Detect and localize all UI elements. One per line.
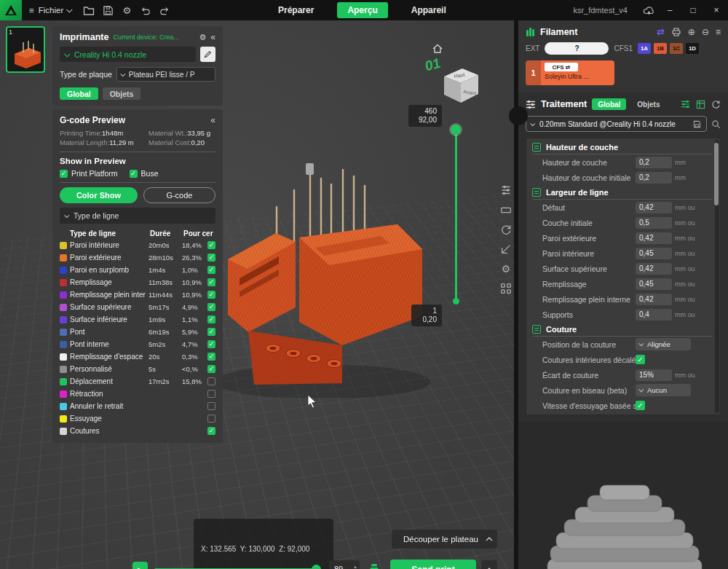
setting-input[interactable]: 0,2 [636,157,672,168]
slice-options-caret-button[interactable] [481,530,497,549]
measure-icon[interactable] [498,241,514,257]
checkbox-checked[interactable]: ✓ [60,170,68,178]
remove-filament-icon[interactable]: ⊖ [702,27,709,37]
line-type-visibility-checkbox[interactable]: ✓ [207,291,215,299]
setting-input[interactable]: 0,42 [636,294,672,305]
compare-table-icon[interactable] [696,100,705,109]
line-type-visibility-checkbox[interactable]: ✓ [207,266,215,274]
reset-view-icon[interactable] [498,221,514,238]
filament-1-chip[interactable]: 1 CFS ⇄ Soleyin Ultra ... [526,60,614,85]
settings-gear-icon[interactable]: ⚙ [117,0,136,20]
edit-printer-button[interactable] [200,47,215,62]
line-type-visibility-checkbox[interactable] [207,390,215,398]
collapse-panel-icon[interactable]: « [210,32,215,42]
process-preset-select[interactable]: 0.20mm Standard @Creality Hi 0.4 nozzle [526,116,707,132]
tab-device[interactable]: Appareil [404,2,454,18]
save-icon[interactable] [98,0,117,20]
layer-slider-handle-top[interactable] [451,125,461,135]
tab-objects[interactable]: Objets [103,87,141,100]
home-view-icon[interactable] [432,43,443,54]
setting-checkbox[interactable]: ✓ [636,401,645,410]
process-tab-objects[interactable]: Objets [631,98,665,110]
layer-stack-icon[interactable] [367,562,381,569]
checkbox-checked[interactable]: ✓ [130,170,138,178]
apps-grid-icon[interactable] [498,280,514,297]
line-type-visibility-checkbox[interactable]: ✓ [207,427,215,435]
layer-slider-handle-bottom[interactable] [453,298,459,305]
tab-global[interactable]: Global [60,87,98,100]
search-settings-icon[interactable] [711,119,721,129]
open-file-icon[interactable] [79,0,98,20]
orientation-cube[interactable]: Haut Avant [437,64,482,106]
setting-input[interactable]: 15% [636,369,672,381]
cloud-upload-icon[interactable] [639,0,658,20]
add-filament-icon[interactable]: ⊕ [688,27,695,37]
layer-animation-slider-thumb[interactable] [312,565,321,569]
line-type-visibility-checkbox[interactable]: ✓ [207,365,215,373]
file-menu[interactable]: ≡ Fichier [22,6,79,15]
setting-select[interactable]: Alignée [636,338,691,350]
line-type-select[interactable]: Type de ligne [60,208,215,224]
panel-collapse-handle[interactable] [509,106,528,125]
setting-select[interactable]: Aucun [636,384,691,396]
setting-input[interactable]: 0,42 [636,202,672,213]
animate-layers-play-button[interactable]: ▶ [132,562,148,569]
undo-icon[interactable] [136,0,155,20]
plate-thumbnail[interactable]: 1 [6,26,45,73]
filament-slot-1D[interactable]: 1D [686,43,699,54]
settings-scrollbar-thumb[interactable] [714,143,719,205]
send-options-caret-button[interactable] [481,560,497,569]
line-type-visibility-checkbox[interactable]: ✓ [207,328,215,336]
layer-slider-track[interactable] [455,130,457,302]
filament-slot-1A[interactable]: 1A [638,43,651,54]
setting-input[interactable]: 0,2 [636,172,672,184]
minimize-button[interactable]: – [658,0,681,20]
line-type-visibility-checkbox[interactable]: ✓ [207,353,215,361]
filament-list-icon[interactable]: ≡ [716,27,721,37]
line-type-visibility-checkbox[interactable]: ✓ [207,303,215,311]
process-tab-global[interactable]: Global [592,98,626,110]
plate-icon[interactable] [498,202,514,218]
close-button[interactable]: × [705,0,728,20]
tab-preview[interactable]: Aperçu [337,2,387,18]
slice-plate-button[interactable]: Découper le plateau [392,530,490,549]
layer-number-stepper[interactable]: 89 ▲▼ [329,560,360,569]
reset-settings-icon[interactable] [711,100,721,109]
stepper-arrows[interactable]: ▲▼ [353,565,357,569]
line-type-visibility-checkbox[interactable]: ✓ [207,340,215,348]
app-logo[interactable] [0,0,22,20]
layer-number-value[interactable]: 89 [334,565,353,569]
nozzle-toggle[interactable]: ✓ Buse [130,169,159,178]
settings-scrollbar[interactable] [715,140,719,413]
send-print-button[interactable]: Send print [390,560,476,569]
printer-settings-icon[interactable]: ⚙ [199,33,206,42]
model-preview[interactable] [206,160,433,398]
setting-input[interactable]: 0,45 [636,278,672,290]
line-type-visibility-checkbox[interactable]: ✓ [207,278,215,286]
print-platform-toggle[interactable]: ✓ Print Platform [60,169,118,178]
line-type-visibility-checkbox[interactable] [207,415,215,423]
setting-checkbox[interactable]: ✓ [636,355,645,364]
filament-slot-1C[interactable]: 1C [670,43,683,54]
collapse-panel-icon[interactable]: « [210,115,215,125]
line-type-visibility-checkbox[interactable]: ✓ [207,241,215,249]
maximize-button[interactable]: □ [681,0,705,20]
extruder-value-pill[interactable]: ? [545,42,609,55]
gcode-view-button[interactable]: G-code [143,187,215,203]
advanced-tune-icon[interactable] [681,100,690,109]
setting-input[interactable]: 0,4 [636,309,672,321]
setting-input[interactable]: 0,42 [636,263,672,275]
tab-prepare[interactable]: Préparer [271,2,321,18]
line-type-visibility-checkbox[interactable] [207,377,215,385]
redo-icon[interactable] [155,0,174,20]
printer-select[interactable]: Creality Hi 0.4 nozzle [60,47,196,62]
viewport-settings-icon[interactable]: ⚙ [498,261,514,277]
line-type-visibility-checkbox[interactable] [207,402,215,410]
layer-list-icon[interactable] [498,182,514,198]
save-preset-icon[interactable] [693,120,701,128]
filament-slot-1B[interactable]: 1B [654,43,667,54]
printer-icon[interactable] [671,27,681,36]
setting-input[interactable]: 0,42 [636,232,672,244]
setting-input[interactable]: 0,5 [636,217,672,229]
line-type-visibility-checkbox[interactable]: ✓ [207,315,215,323]
